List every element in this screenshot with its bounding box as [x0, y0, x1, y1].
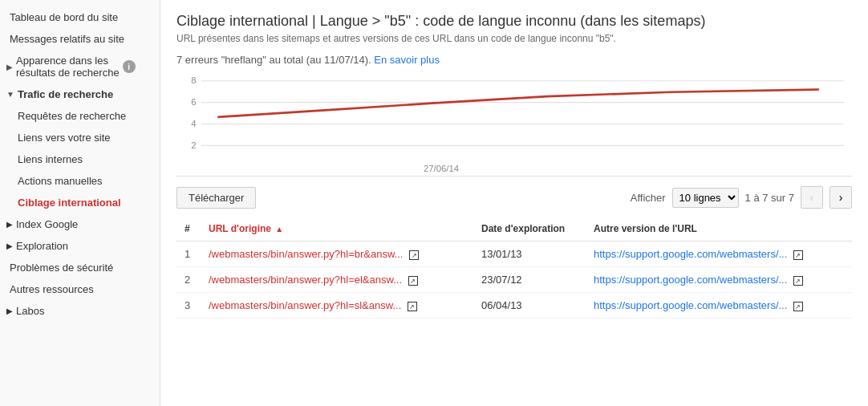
learn-more-link[interactable]: En savoir plus: [374, 54, 440, 66]
sidebar-item-label: Actions manuelles: [18, 175, 103, 187]
cell-autre-version[interactable]: https://support.google.com/webmasters/..…: [586, 267, 852, 293]
main-content: Ciblage international | Langue > "b5" : …: [160, 0, 868, 406]
external-link-icon: ↗: [793, 276, 803, 286]
autre-version-link[interactable]: https://support.google.com/webmasters/..…: [594, 299, 787, 311]
cell-num: 1: [176, 242, 201, 267]
autre-version-link[interactable]: https://support.google.com/webmasters/..…: [594, 248, 787, 260]
next-page-button[interactable]: ›: [829, 186, 852, 209]
external-link-icon: ↗: [409, 250, 419, 260]
external-link-icon: ↗: [408, 276, 418, 286]
sidebar-item-autres-ressources[interactable]: Autres ressources: [0, 278, 160, 300]
cell-autre-version[interactable]: https://support.google.com/webmasters/..…: [586, 293, 852, 319]
svg-text:2: 2: [191, 140, 196, 149]
page-subtitle: URL présentes dans les sitemaps et autre…: [176, 33, 852, 44]
sidebar-item-labos[interactable]: ▶ Labos: [0, 300, 160, 322]
url-link[interactable]: /webmasters/bin/answer.py?hl=sl&answ...: [209, 299, 401, 311]
chart-svg: 8 6 4 2 27/06/14: [176, 72, 852, 176]
sidebar-item-label: Exploration: [16, 240, 68, 252]
external-link-icon: ↗: [793, 250, 803, 260]
sidebar-item-apparence[interactable]: ▶ Apparence dans lesrésultats de recherc…: [0, 50, 160, 83]
table-row: 3 /webmasters/bin/answer.py?hl=sl&answ..…: [176, 293, 852, 319]
lignes-select[interactable]: 10 lignes 25 lignes 50 lignes: [672, 188, 739, 208]
table-row: 2 /webmasters/bin/answer.py?hl=el&answ..…: [176, 267, 852, 293]
autre-version-link[interactable]: https://support.google.com/webmasters/..…: [594, 274, 787, 286]
pagination-controls: Afficher 10 lignes 25 lignes 50 lignes 1…: [631, 186, 852, 209]
url-link[interactable]: /webmasters/bin/answer.py?hl=el&answ...: [209, 274, 402, 286]
cell-num: 2: [176, 267, 201, 293]
col-url[interactable]: URL d'origine ▲: [201, 217, 473, 242]
svg-text:27/06/14: 27/06/14: [424, 163, 459, 173]
chevron-right-icon: ▶: [6, 63, 13, 71]
sidebar-item-trafic[interactable]: ▼ Trafic de recherche: [0, 83, 160, 105]
data-table: # URL d'origine ▲ Date d'exploration Aut…: [176, 217, 852, 319]
sidebar-item-label: Apparence dans lesrésultats de recherche: [16, 55, 120, 79]
sidebar-item-label: Messages relatifs au site: [10, 33, 124, 45]
sidebar-item-problemes-securite[interactable]: Problèmes de sécurité: [0, 257, 160, 278]
svg-text:8: 8: [191, 75, 196, 85]
col-num: #: [176, 217, 201, 242]
cell-date: 13/01/13: [473, 242, 586, 267]
chevron-down-icon: ▼: [6, 90, 14, 99]
sidebar-item-label: Index Google: [16, 218, 78, 230]
cell-url[interactable]: /webmasters/bin/answer.py?hl=sl&answ... …: [201, 293, 473, 319]
chart-container: 8 6 4 2 27/06/14: [176, 72, 852, 177]
external-link-icon: ↗: [408, 302, 417, 311]
sidebar-item-ciblage-international[interactable]: Ciblage international: [0, 192, 160, 213]
chevron-right-icon: ▶: [6, 307, 13, 315]
sidebar-item-label: Problèmes de sécurité: [10, 262, 113, 274]
svg-text:6: 6: [191, 97, 196, 107]
sidebar-item-requetes[interactable]: Requêtes de recherche: [0, 105, 160, 127]
sidebar-item-label: Tableau de bord du site: [10, 11, 118, 23]
col-autre-version: Autre version de l'URL: [586, 217, 852, 242]
info-icon[interactable]: i: [123, 60, 136, 73]
sidebar-item-label: Liens vers votre site: [18, 132, 111, 144]
sidebar: Tableau de bord du site Messages relatif…: [0, 0, 160, 406]
svg-text:4: 4: [191, 118, 197, 128]
cell-url[interactable]: /webmasters/bin/answer.py?hl=el&answ... …: [201, 267, 473, 293]
cell-date: 23/07/12: [473, 267, 586, 293]
chevron-right-icon: ▶: [6, 242, 13, 250]
page-title: Ciblage international | Langue > "b5" : …: [176, 13, 852, 30]
cell-num: 3: [176, 293, 201, 319]
sidebar-item-index-google[interactable]: ▶ Index Google: [0, 213, 160, 235]
sidebar-item-liens-site[interactable]: Liens vers votre site: [0, 127, 160, 148]
cell-url[interactable]: /webmasters/bin/answer.py?hl=br&answ... …: [201, 242, 473, 267]
chevron-right-icon: ▶: [6, 220, 13, 229]
external-link-icon: ↗: [793, 302, 803, 311]
cell-date: 06/04/13: [473, 293, 586, 319]
prev-page-button[interactable]: ‹: [801, 186, 823, 209]
download-button[interactable]: Télécharger: [176, 187, 256, 209]
sidebar-item-label: Requêtes de recherche: [18, 110, 126, 122]
table-row: 1 /webmasters/bin/answer.py?hl=br&answ..…: [176, 242, 852, 267]
sidebar-item-label: Labos: [16, 305, 44, 317]
url-link[interactable]: /webmasters/bin/answer.py?hl=br&answ...: [209, 248, 403, 260]
sidebar-item-label: Trafic de recherche: [18, 88, 113, 100]
error-count-text: 7 erreurs "hreflang" au total (au 11/07/…: [176, 54, 371, 66]
sidebar-item-tableau[interactable]: Tableau de bord du site: [0, 6, 160, 28]
sidebar-item-label: Ciblage international: [18, 197, 121, 209]
cell-autre-version[interactable]: https://support.google.com/webmasters/..…: [586, 242, 852, 267]
sidebar-item-exploration[interactable]: ▶ Exploration: [0, 235, 160, 257]
sort-arrow-icon: ▲: [275, 225, 283, 233]
sidebar-item-label: Liens internes: [18, 153, 83, 165]
sidebar-item-actions-manuelles[interactable]: Actions manuelles: [0, 170, 160, 192]
sidebar-item-liens-internes[interactable]: Liens internes: [0, 148, 160, 170]
afficher-label: Afficher: [631, 192, 666, 204]
sidebar-item-label: Autres ressources: [10, 283, 94, 295]
pagination-info: 1 à 7 sur 7: [745, 192, 794, 204]
col-date: Date d'exploration: [473, 217, 586, 242]
table-controls: Télécharger Afficher 10 lignes 25 lignes…: [176, 186, 852, 209]
sidebar-item-messages[interactable]: Messages relatifs au site: [0, 28, 160, 50]
error-summary: 7 erreurs "hreflang" au total (au 11/07/…: [176, 54, 852, 66]
